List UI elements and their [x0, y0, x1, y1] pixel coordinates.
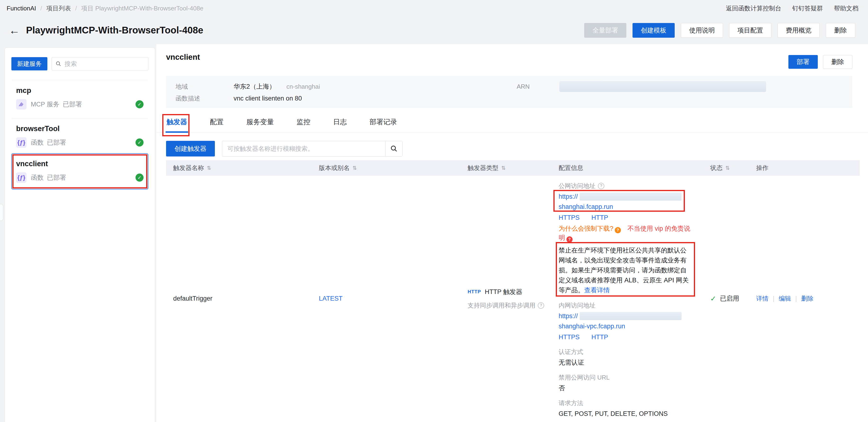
help-icon[interactable]: ?: [538, 302, 544, 309]
column-label: 状态: [710, 164, 722, 172]
tab-deploy-history[interactable]: 部署记录: [369, 117, 398, 133]
view-details-link[interactable]: 查看详情: [584, 287, 610, 294]
description-label: 函数描述: [176, 94, 234, 103]
request-methods-label: 请求方法: [559, 399, 583, 407]
trigger-search-input[interactable]: [222, 141, 385, 156]
http-badge-icon: HTTP: [468, 289, 481, 294]
deploy-button[interactable]: 部署: [788, 55, 818, 69]
version-link[interactable]: LATEST: [319, 295, 468, 302]
services-sidebar: 新建服务 mcp MCP 服务 已部署 ✓ browserTool {ƒ} 函数: [4, 48, 155, 422]
deployed-check-icon: ✓: [135, 100, 144, 108]
service-search-box[interactable]: [52, 57, 148, 71]
delete-button[interactable]: 删除: [823, 55, 852, 69]
service-type-label: 函数: [31, 173, 43, 182]
auth-block: 认证方式 无需认证: [559, 348, 701, 367]
topbar: FunctionAI / 项目列表 / 项目 PlaywrightMCP-Wit…: [0, 0, 868, 17]
public-url-link[interactable]: https://: [559, 192, 682, 201]
link-back-to-fc-console[interactable]: 返回函数计算控制台: [726, 4, 781, 12]
delete-action-link[interactable]: 删除: [801, 294, 813, 303]
service-search-input[interactable]: [64, 60, 144, 67]
column-actions: 操作: [756, 164, 860, 172]
create-template-button[interactable]: 创建模板: [632, 23, 675, 38]
sort-icon[interactable]: ⇅: [501, 165, 505, 171]
usage-instructions-button[interactable]: 使用说明: [681, 23, 723, 38]
region-name: 华东2（上海）: [234, 83, 276, 90]
tab-logs[interactable]: 日志: [333, 117, 347, 133]
column-trigger-name: 触发器名称 ⇅: [173, 164, 319, 172]
status-badge: 已启用: [720, 294, 739, 303]
breadcrumb-project-list[interactable]: 项目列表: [46, 4, 71, 12]
tab-label: 服务变量: [246, 118, 274, 125]
public-url-host[interactable]: shanghai.fcapp.run: [559, 203, 682, 211]
panel-collapse-handle[interactable]: [0, 204, 3, 221]
column-status: 状态 ⇅: [710, 164, 756, 172]
brand-functionai[interactable]: FunctionAI: [7, 5, 36, 12]
service-info-box: 地域 华东2（上海）cn-shanghai ARN 函数描述 vnc clien…: [166, 76, 852, 108]
url-scheme: https://: [559, 193, 578, 200]
download-notice-row: 为什么会强制下载?? 不当使用 vip 的免责说明?: [559, 224, 695, 243]
breadcrumb-separator: /: [40, 5, 42, 12]
project-delete-button[interactable]: 删除: [826, 23, 855, 38]
tab-service-variables[interactable]: 服务变量: [246, 117, 274, 133]
detail-header: vncclient 部署 删除: [156, 44, 868, 62]
region-value: 华东2（上海）cn-shanghai: [234, 82, 517, 91]
column-trigger-type: 触发器类型 ⇅: [468, 164, 559, 172]
trigger-search-box: [222, 141, 402, 157]
private-url-link[interactable]: https://: [559, 312, 701, 320]
cost-overview-button[interactable]: 费用概览: [777, 23, 820, 38]
http-link[interactable]: HTTP: [592, 333, 608, 341]
service-status-label: 已部署: [63, 100, 82, 109]
service-status-label: 已部署: [47, 138, 66, 147]
http-link[interactable]: HTTP: [592, 214, 608, 222]
topbar-links: 返回函数计算控制台 钉钉答疑群 帮助文档: [726, 4, 859, 12]
tab-monitoring[interactable]: 监控: [296, 117, 311, 133]
sidebar-toolbar: 新建服务: [11, 57, 148, 71]
trigger-table: 触发器名称 ⇅ 版本或别名 ⇅ 触发器类型 ⇅ 配置信息 状态 ⇅ 操作: [166, 160, 860, 421]
detail-action-link[interactable]: 详情: [756, 294, 769, 303]
https-link[interactable]: HTTPS: [559, 333, 580, 341]
help-icon-orange[interactable]: ?: [615, 227, 621, 233]
create-trigger-button[interactable]: 创建触发器: [166, 141, 215, 157]
back-arrow-icon[interactable]: ←: [9, 25, 20, 36]
private-url-host[interactable]: shanghai-vpc.fcapp.run: [559, 322, 701, 330]
column-version-alias: 版本或别名 ⇅: [319, 164, 468, 172]
service-name: mcp: [16, 86, 144, 95]
breadcrumb-separator: /: [75, 5, 77, 12]
help-icon-red[interactable]: ?: [566, 236, 572, 243]
sidebar-item-mcp[interactable]: mcp MCP 服务 已部署 ✓: [11, 80, 148, 118]
why-force-download-link[interactable]: 为什么会强制下载?: [559, 225, 613, 232]
link-help-docs[interactable]: 帮助文档: [834, 4, 859, 12]
sort-icon[interactable]: ⇅: [207, 165, 211, 171]
sort-icon[interactable]: ⇅: [725, 165, 730, 171]
service-meta: {ƒ} 函数 已部署 ✓: [16, 172, 144, 183]
public-url-block: https:// shanghai.fcapp.run: [559, 192, 682, 211]
auth-label: 认证方式: [559, 348, 583, 356]
https-link[interactable]: HTTPS: [559, 214, 580, 222]
arn-redacted-value: [559, 81, 766, 92]
sort-icon[interactable]: ⇅: [352, 165, 357, 171]
public-protocol-links: HTTPS HTTP: [559, 214, 701, 222]
deployed-check-icon: ✓: [135, 173, 144, 181]
tab-triggers[interactable]: 触发器: [166, 117, 188, 133]
header-actions: 全量部署 创建模板 使用说明 项目配置 费用概览 删除: [584, 23, 855, 38]
service-meta: MCP 服务 已部署 ✓: [16, 99, 144, 110]
tab-label: 日志: [333, 118, 347, 125]
region-code: cn-shanghai: [286, 83, 320, 90]
tab-label: 监控: [297, 118, 310, 125]
request-methods-value: GET, POST, PUT, DELETE, OPTIONS: [559, 410, 701, 418]
help-icon[interactable]: ?: [598, 183, 604, 189]
new-service-button[interactable]: 新建服务: [11, 57, 48, 71]
private-protocol-links: HTTPS HTTP: [559, 333, 701, 341]
link-dingtalk-group[interactable]: 钉钉答疑群: [792, 4, 823, 12]
sidebar-item-browsertool[interactable]: browserTool {ƒ} 函数 已部署 ✓: [11, 118, 148, 153]
edit-action-link[interactable]: 编辑: [779, 294, 791, 303]
project-config-button[interactable]: 项目配置: [729, 23, 771, 38]
column-config-info: 配置信息: [559, 164, 710, 172]
config-info-cell: 公网访问地址 ? https:// shanghai.fcapp.run HTT…: [559, 176, 701, 421]
service-type-label: MCP 服务: [31, 100, 59, 109]
trigger-search-button[interactable]: [385, 141, 402, 156]
sidebar-item-vncclient[interactable]: vncclient {ƒ} 函数 已部署 ✓: [11, 153, 148, 190]
deploy-all-button[interactable]: 全量部署: [584, 23, 626, 38]
deployed-check-icon: ✓: [135, 138, 144, 146]
tab-config[interactable]: 配置: [210, 117, 224, 133]
